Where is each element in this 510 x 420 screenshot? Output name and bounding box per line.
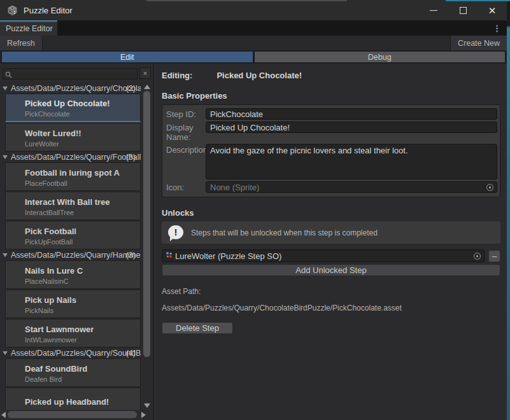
info-icon: ! — [168, 225, 184, 241]
background-top-edge-teal — [446, 0, 510, 1]
vertical-scrollbar[interactable] — [143, 83, 152, 410]
delete-step-button[interactable]: Delete Step — [162, 322, 233, 334]
puzzle-group: Assets/Data/Puzzles/Quarry/SoundBirdPuzz… — [0, 348, 141, 410]
basic-properties-box: Step ID: PickChocolate Display Name: Pic… — [162, 104, 500, 197]
step-list: Assets/Data/Puzzles/Quarry/ChocolateBird… — [0, 83, 141, 410]
group-header[interactable]: Assets/Data/Puzzles/Quarry/SoundBirdPuzz… — [0, 348, 141, 358]
unlocked-step-name: LureWolter (Puzzle Step SO) — [175, 251, 281, 261]
object-picker-icon[interactable] — [474, 253, 481, 260]
app-dice-icon — [7, 5, 18, 16]
scroll-left-icon[interactable] — [1, 412, 6, 418]
description-field[interactable]: Avoid the gaze of the picnic lovers and … — [206, 144, 497, 179]
remove-unlocked-step-button[interactable]: – — [488, 250, 500, 262]
search-input[interactable] — [3, 68, 138, 80]
search-icon — [5, 69, 12, 76]
scroll-up-icon[interactable] — [144, 85, 150, 89]
group-path: Assets/Data/Puzzles/Quarry/HammerBirdPuz… — [11, 251, 141, 260]
step-item[interactable]: Interact With Ball tree InteractBallTree — [5, 192, 141, 220]
create-new-button[interactable]: Create New — [450, 36, 507, 50]
close-button[interactable]: ✕ — [478, 0, 507, 20]
foldout-arrow-icon — [3, 87, 8, 90]
object-picker-icon[interactable] — [486, 184, 493, 191]
group-header[interactable]: Assets/Data/Puzzles/Quarry/HammerBirdPuz… — [0, 250, 141, 260]
group-count: (3) — [126, 251, 136, 260]
search-row: × — [0, 64, 153, 83]
scriptable-object-icon — [165, 250, 173, 262]
maximize-button[interactable] — [448, 0, 478, 20]
toolbar: Refresh Create New — [0, 36, 507, 50]
unlocks-title: Unlocks — [162, 208, 500, 218]
refresh-button[interactable]: Refresh — [0, 36, 43, 50]
step-item-id: PickNails — [25, 307, 138, 314]
step-item[interactable]: Start Lawnmower IntWLawnmower — [5, 319, 141, 347]
unlocks-helpbox: ! Steps that will be unlocked when this … — [162, 221, 500, 244]
step-item-title: Nails In Lure C — [25, 266, 138, 276]
maximize-icon — [460, 7, 467, 14]
kebab-menu-icon[interactable]: ⋮ — [493, 24, 501, 33]
display-name-field[interactable]: Picked Up Chocolate! — [206, 122, 497, 133]
step-item-id: InteractBallTree — [25, 209, 138, 216]
background-top-edge-gray — [146, 0, 347, 1]
step-item-id: PlaceNailsinC — [25, 277, 138, 285]
display-name-label: Display Name: — [166, 122, 206, 142]
step-item[interactable]: Picked Up Chocolate! PickChocolate — [5, 94, 141, 122]
icon-object-value: None (Sprite) — [210, 183, 259, 192]
foldout-arrow-icon — [3, 253, 8, 257]
unlocks-help-text: Steps that will be unlocked when this st… — [191, 228, 378, 237]
editing-header: Editing: Picked Up Chocolate! — [162, 71, 500, 80]
vertical-scrollbar-thumb[interactable] — [143, 91, 150, 357]
search-clear-button[interactable]: × — [139, 67, 151, 79]
asset-path-value: Assets/Data/Puzzles/Quarry/ChocolateBird… — [162, 304, 500, 312]
add-unlocked-step-button[interactable]: Add Unlocked Step — [162, 264, 500, 276]
editing-value: Picked Up Chocolate! — [216, 71, 302, 80]
group-path: Assets/Data/Puzzles/Quarry/SoundBirdPuzz… — [11, 349, 141, 358]
step-item-title: Deaf SoundBird — [25, 364, 138, 374]
group-path: Assets/Data/Puzzles/Quarry/FootballBirdP… — [11, 153, 141, 162]
step-item[interactable]: Pick up Nails PickNails — [5, 290, 141, 318]
editor-panel: Editing: Picked Up Chocolate! Basic Prop… — [154, 64, 507, 420]
unlocked-step-object-field[interactable]: LureWolter (Puzzle Step SO) — [162, 249, 485, 262]
minimize-icon — [430, 10, 437, 11]
group-count: (2) — [126, 84, 136, 93]
content-area: × Assets/Data/Puzzles/Quarry/ChocolateBi… — [0, 64, 507, 420]
group-header[interactable]: Assets/Data/Puzzles/Quarry/FootballBirdP… — [0, 152, 141, 162]
foldout-arrow-icon — [3, 155, 8, 159]
puzzle-group: Assets/Data/Puzzles/Quarry/HammerBirdPuz… — [0, 250, 141, 347]
tab-debug[interactable]: Debug — [254, 51, 506, 63]
step-item[interactable]: Pick Football PickUpFootBall — [5, 221, 141, 249]
step-item[interactable]: Deaf SoundBird Deafen Bird — [5, 358, 141, 387]
step-item-id: Deafen Bird — [25, 375, 138, 383]
editing-label: Editing: — [162, 71, 192, 80]
puzzle-group: Assets/Data/Puzzles/Quarry/FootballBirdP… — [0, 152, 141, 249]
scroll-down-icon[interactable] — [144, 403, 150, 408]
close-icon: ✕ — [488, 6, 497, 15]
step-item-title: Picked Up Chocolate! — [25, 99, 138, 108]
step-item[interactable]: Picked up Headband! — [5, 388, 141, 410]
description-row: Description: Avoid the gaze of the picni… — [166, 144, 497, 179]
step-item[interactable]: Football in luring spot A PlaceFootball — [5, 162, 141, 191]
search-box — [3, 67, 138, 79]
step-id-label: Step ID: — [166, 108, 206, 119]
step-item-title: Football in luring spot A — [25, 168, 138, 178]
horizontal-scrollbar-thumb[interactable] — [8, 411, 137, 418]
minimize-button[interactable] — [419, 0, 448, 20]
step-item[interactable]: Nails In Lure C PlaceNailsinC — [5, 260, 141, 289]
window-title: Puzzle Editor — [24, 6, 73, 15]
unlocked-step-row: LureWolter (Puzzle Step SO) – — [162, 249, 500, 262]
tab-puzzle-editor[interactable]: Puzzle Editor — [0, 20, 57, 36]
horizontal-scrollbar[interactable] — [0, 410, 148, 419]
step-item-id: LureWolter — [25, 140, 138, 148]
step-item[interactable]: Wolter Lured!! LureWolter — [5, 123, 141, 151]
step-id-field[interactable]: PickChocolate — [206, 108, 497, 120]
screen: Puzzle Editor ✕ Puzzle Editor ⋮ Refresh … — [0, 0, 510, 420]
icon-object-field[interactable]: None (Sprite) — [206, 181, 497, 193]
tab-edit[interactable]: Edit — [1, 51, 253, 63]
step-item-id: PlaceFootball — [25, 179, 138, 187]
step-item-id: PickUpFootBall — [25, 238, 138, 246]
group-header[interactable]: Assets/Data/Puzzles/Quarry/ChocolateBird… — [0, 83, 141, 93]
mode-tabs: Edit Debug — [0, 50, 507, 64]
description-label: Description: — [166, 144, 206, 155]
scroll-right-icon[interactable] — [141, 412, 146, 418]
puzzle-editor-window: Puzzle Editor ✕ Puzzle Editor ⋮ Refresh … — [0, 0, 507, 420]
step-item-title: Wolter Lured!! — [25, 129, 138, 138]
